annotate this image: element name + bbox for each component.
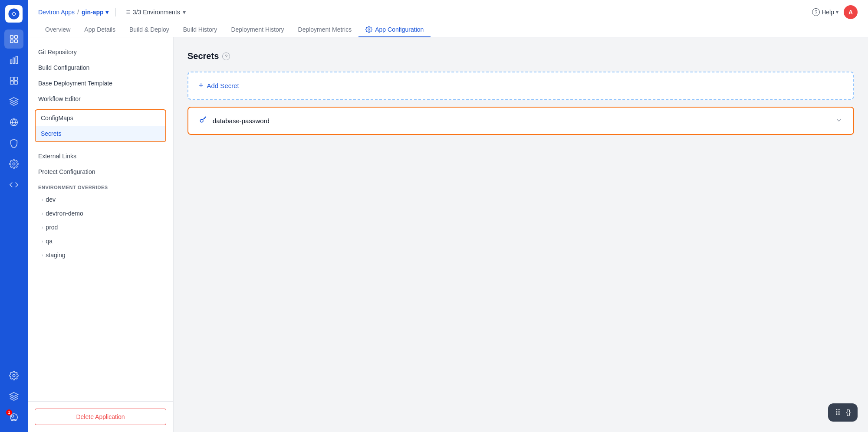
sidebar-nav: Git Repository Build Configuration Base … — [28, 37, 173, 401]
sidebar-item-base-deployment-template[interactable]: Base Deployment Template — [28, 75, 173, 91]
breadcrumb-current: gin-app ▾ — [82, 9, 108, 16]
nav-icon-security[interactable] — [4, 134, 23, 153]
nav-divider — [115, 8, 116, 16]
nav-icon-settings2[interactable] — [4, 366, 23, 385]
breadcrumb-parent[interactable]: Devtron Apps — [38, 9, 75, 16]
sidebar-item-git-repository[interactable]: Git Repository — [28, 44, 173, 60]
svg-rect-7 — [13, 58, 15, 63]
sidebar-item-build-configuration[interactable]: Build Configuration — [28, 60, 173, 75]
top-nav-row1: Devtron Apps / gin-app ▾ ≡ 3/3 Environme… — [38, 0, 858, 23]
notification-badge: 1 — [6, 409, 12, 416]
sidebar-env-staging[interactable]: › staging — [28, 248, 173, 262]
chevron-prod: › — [42, 225, 43, 230]
svg-rect-9 — [10, 77, 13, 80]
env-selector-dropdown: ▾ — [183, 9, 186, 16]
secret-item-database-password[interactable]: database-password — [187, 107, 854, 135]
help-label: Help — [822, 9, 834, 16]
sidebar-item-secrets[interactable]: Secrets — [36, 126, 165, 141]
help-icon: ? — [812, 8, 820, 16]
add-plus-icon: + — [199, 81, 204, 90]
nav-icon-dashboard[interactable] — [4, 29, 23, 49]
gear-icon — [365, 26, 372, 33]
delete-application-button[interactable]: Delete Application — [35, 409, 166, 425]
tab-build-deploy[interactable]: Build & Deploy — [122, 23, 176, 37]
chevron-staging: › — [42, 253, 43, 258]
page-title: Secrets — [187, 51, 219, 61]
svg-rect-2 — [10, 36, 13, 38]
breadcrumb-current-name: gin-app — [82, 9, 104, 16]
top-nav-tabs: Overview App Details Build & Deploy Buil… — [38, 23, 858, 37]
sidebar-env-prod[interactable]: › prod — [28, 220, 173, 234]
icon-sidebar: 1 — [0, 0, 28, 432]
nav-icon-grid[interactable] — [4, 71, 23, 90]
nav-icon-layers[interactable] — [4, 387, 23, 406]
sidebar-env-devtron-demo[interactable]: › devtron-demo — [28, 206, 173, 220]
svg-rect-5 — [15, 40, 17, 43]
top-nav-right: ? Help ▾ A — [812, 5, 858, 19]
key-icon — [199, 115, 207, 126]
help-button[interactable]: ? Help ▾ — [812, 8, 838, 16]
add-secret-card[interactable]: + Add Secret — [187, 72, 854, 100]
notification-wrapper: 1 — [4, 408, 23, 427]
nav-icon-stack[interactable] — [4, 92, 23, 111]
env-selector[interactable]: ≡ 3/3 Environments ▾ — [123, 7, 189, 18]
svg-rect-4 — [10, 40, 13, 43]
secret-chevron-icon — [835, 116, 843, 126]
user-avatar[interactable]: A — [844, 5, 858, 19]
help-dropdown-icon: ▾ — [836, 9, 838, 15]
tab-deployment-history[interactable]: Deployment History — [224, 23, 291, 37]
page-title-row: Secrets ? — [187, 51, 854, 61]
bottom-widget[interactable]: ⠿ {} — [828, 403, 858, 422]
svg-point-17 — [12, 415, 14, 418]
svg-point-15 — [13, 374, 15, 377]
tab-app-details[interactable]: App Details — [77, 23, 122, 37]
svg-rect-10 — [14, 77, 17, 80]
sidebar-item-protect-configuration[interactable]: Protect Configuration — [28, 164, 173, 180]
info-icon[interactable]: ? — [222, 52, 230, 60]
tab-build-history[interactable]: Build History — [176, 23, 224, 37]
chevron-dev: › — [42, 197, 43, 202]
svg-point-19 — [200, 119, 203, 122]
sidebar-env-dev[interactable]: › dev — [28, 193, 173, 206]
nav-icon-code[interactable] — [4, 175, 23, 194]
env-overrides-label: ENVIRONMENT OVERRIDES — [28, 180, 173, 193]
add-secret-label: Add Secret — [207, 82, 239, 89]
svg-point-14 — [13, 163, 15, 165]
svg-rect-6 — [10, 60, 12, 63]
svg-rect-3 — [15, 36, 17, 38]
nav-icon-globe[interactable] — [4, 113, 23, 132]
tab-deployment-metrics[interactable]: Deployment Metrics — [291, 23, 359, 37]
env-selector-icon: ≡ — [126, 8, 130, 16]
main-content: Secrets ? + Add Secret database-password — [174, 37, 868, 432]
secret-name: database-password — [213, 117, 830, 124]
svg-point-16 — [10, 414, 18, 421]
app-logo[interactable] — [5, 5, 23, 23]
sidebar-item-configmaps[interactable]: ConfigMaps — [36, 110, 165, 126]
configmaps-secrets-group: ConfigMaps Secrets — [35, 109, 166, 142]
top-nav: Devtron Apps / gin-app ▾ ≡ 3/3 Environme… — [28, 0, 868, 37]
env-selector-label: 3/3 Environments — [133, 9, 180, 16]
nav-icon-settings[interactable] — [4, 154, 23, 173]
nav-icon-chart[interactable] — [4, 50, 23, 69]
breadcrumb: Devtron Apps / gin-app ▾ — [38, 9, 108, 16]
tab-app-configuration[interactable]: App Configuration — [358, 23, 431, 37]
chevron-qa: › — [42, 239, 43, 244]
svg-point-18 — [368, 29, 370, 30]
sidebar-env-qa[interactable]: › qa — [28, 234, 173, 248]
left-sidebar: Git Repository Build Configuration Base … — [28, 37, 174, 432]
chevron-devtron-demo: › — [42, 211, 43, 216]
main-container: Devtron Apps / gin-app ▾ ≡ 3/3 Environme… — [28, 0, 868, 432]
svg-point-1 — [13, 13, 15, 15]
widget-grid-icon: ⠿ — [835, 408, 841, 417]
svg-rect-12 — [14, 81, 17, 84]
breadcrumb-separator: / — [77, 9, 79, 16]
svg-rect-8 — [16, 56, 18, 64]
avatar-initials: A — [848, 9, 853, 16]
breadcrumb-dropdown-icon[interactable]: ▾ — [105, 9, 108, 16]
sidebar-footer: Delete Application — [28, 401, 173, 432]
sidebar-item-workflow-editor[interactable]: Workflow Editor — [28, 91, 173, 107]
tab-overview[interactable]: Overview — [38, 23, 77, 37]
content-area: Git Repository Build Configuration Base … — [28, 37, 868, 432]
sidebar-item-external-links[interactable]: External Links — [28, 148, 173, 164]
svg-rect-11 — [10, 81, 13, 84]
